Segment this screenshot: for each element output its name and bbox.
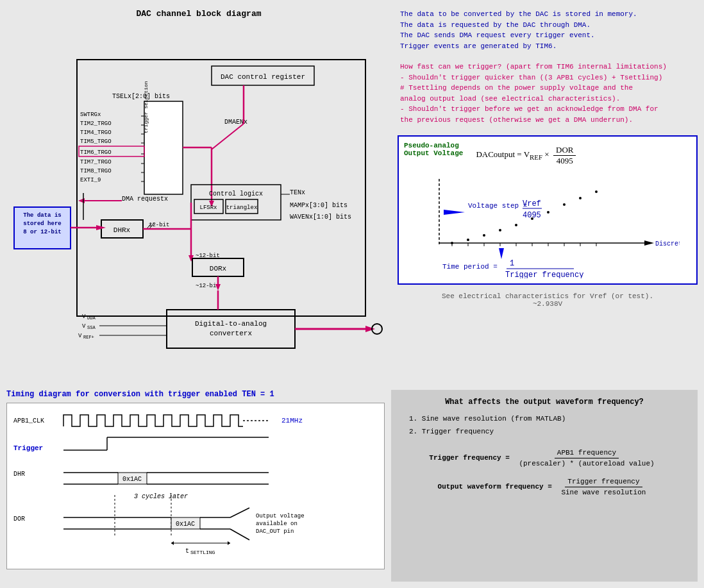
svg-rect-4 [144,101,183,194]
trigger-den: (prescaler) * (autoreload value) [516,458,657,467]
svg-text:EXTI_9: EXTI_9 [80,177,101,183]
svg-text:DAC control register: DAC control register [221,73,305,81]
dac-title: DAC channel block diagram [6,6,391,21]
svg-text:trianglex: trianglex [226,205,258,211]
svg-text:TIM8_TRGO: TIM8_TRGO [80,168,112,174]
see-elec: See electrical characteristics for Vref … [398,292,698,308]
svg-text:8 or 12-bit: 8 or 12-bit [23,229,61,235]
svg-text:SWTRGx: SWTRGx [80,112,101,118]
right-notes: The data to be converted by the DAC is s… [398,6,698,377]
formula-item1: 1. Sine wave resolution (from MATLAB) [409,413,690,426]
page: DAC channel block diagram DAC control re… [0,0,704,588]
svg-text:~12-bit: ~12-bit [196,253,220,259]
svg-text:0x1AC: 0x1AC [122,476,142,483]
svg-text:~12-bit: ~12-bit [196,283,220,289]
svg-text:DHRx: DHRx [113,226,131,234]
pink-bullet1c: analog output load (see electrical chara… [400,94,695,105]
dac-formula: DACoutput = VREF × DOR 4095 [476,145,576,166]
svg-text:available on: available on [256,521,298,527]
output-freq-formula: Output waveform frequency = Trigger freq… [399,478,690,496]
svg-text:MAMPx[3:0] bits: MAMPx[3:0] bits [290,202,348,209]
svg-text:Control logicx: Control logicx [209,190,263,197]
svg-text:SETTLING: SETTLING [190,550,215,555]
svg-point-89 [547,211,549,214]
svg-point-92 [595,190,598,193]
timing-section: Timing diagram for conversion with trigg… [6,390,385,582]
svg-text:Voltage step =: Voltage step = [468,202,527,210]
svg-marker-145 [171,541,174,545]
pseudo-graph: Discrete Time [404,166,680,278]
svg-text:V: V [82,323,86,330]
svg-text:Vref: Vref [523,199,541,208]
svg-line-139 [230,508,249,517]
svg-text:REF+: REF+ [83,335,94,340]
blue-notes: The data to be converted by the DAC is s… [398,6,698,54]
svg-text:TENx: TENx [290,189,305,196]
output-frac: Trigger frequency Sine wave resolution [558,478,648,496]
formula-item2: 2. Trigger frequency [409,426,690,439]
svg-text:TIM7_TRGO: TIM7_TRGO [80,159,112,165]
svg-text:TIM4_TRGO: TIM4_TRGO [80,130,112,136]
svg-point-86 [499,229,501,231]
svg-text:DOR: DOR [13,516,25,523]
svg-text:trigger selection: trigger selection [143,81,149,133]
svg-text:TIM6_TRGO: TIM6_TRGO [80,149,112,156]
svg-text:DDA: DDA [87,315,96,321]
formula-list: 1. Sine wave resolution (from MATLAB) 2.… [409,413,690,439]
svg-text:12-bit: 12-bit [149,222,169,228]
svg-text:t: t [185,548,189,555]
svg-line-140 [230,529,249,540]
formula-question: What affects the output waveform frequen… [399,398,690,407]
svg-text:TIM2_TRGO: TIM2_TRGO [80,121,112,127]
pink-bullet2: - Shouldn't trigger before we get an ack… [400,104,695,115]
svg-text:converterx: converterx [210,330,252,337]
svg-text:1: 1 [510,259,514,268]
output-den: Sine wave resolution [558,487,648,496]
svg-text:APB1_CLK: APB1_CLK [13,417,44,424]
pseudo-title: Pseudo-analogOutput Voltage [404,142,463,166]
top-section: DAC channel block diagram DAC control re… [0,0,704,383]
svg-point-87 [515,224,517,226]
trigger-frac: APB1 frequency (prescaler) * (autoreload… [516,449,657,467]
svg-text:WAVENx[1:0] bits: WAVENx[1:0] bits [290,214,351,221]
dac-diagram: DAC channel block diagram DAC control re… [6,6,391,377]
diagram-area: DAC control register TSELx[2:0] bits tri… [6,21,391,377]
blue-note-2: The data is requested by the DAC through… [400,20,695,31]
svg-point-91 [579,197,582,199]
trigger-num: APB1 frequency [555,449,619,458]
timing-title: Timing diagram for conversion with trigg… [6,390,385,399]
output-freq-label: Output waveform frequency = [438,483,552,491]
pink-bullet2b: the previous request (otherwise we get a… [400,115,695,126]
svg-text:Trigger: Trigger [13,444,43,452]
svg-text:0x1AC: 0x1AC [176,521,195,528]
pink-bullet1: - Shouldn't trigger quicker than ((3 APB… [400,72,695,83]
svg-text:DMA requestx: DMA requestx [122,196,168,203]
svg-marker-71 [365,326,375,332]
bottom-section: Timing diagram for conversion with trigg… [0,383,704,588]
svg-text:21MHz: 21MHz [281,417,303,424]
svg-text:stored here: stored here [23,221,61,227]
svg-text:V: V [78,333,82,339]
blue-note-4: Trigger events are generated by TIM6. [400,41,695,52]
formula-section: What affects the output waveform frequen… [391,390,698,582]
svg-text:DAC_OUT pin: DAC_OUT pin [256,528,294,535]
blue-note-3: The DAC sends DMA request every trigger … [400,30,695,41]
pink-notes: How fast can we trigger? (apart from TIM… [398,59,698,128]
svg-text:4095: 4095 [523,211,541,220]
svg-text:V: V [82,314,86,320]
trigger-freq-label: Trigger frequency = [429,454,509,462]
svg-text:Digital-to-analog: Digital-to-analog [195,320,267,328]
svg-text:TSELx[2:0] bits: TSELx[2:0] bits [112,93,170,100]
svg-text:Time period =: Time period = [442,263,498,271]
timing-box: APB1_CLK 21MHz Trigger DHR [6,403,385,569]
svg-text:3 cycles later: 3 cycles later [134,493,188,500]
svg-marker-103 [444,210,465,215]
svg-text:The data is: The data is [23,212,61,219]
timing-svg: APB1_CLK 21MHz Trigger DHR [12,408,378,567]
svg-line-28 [212,124,244,149]
output-num: Trigger frequency [565,478,642,487]
trigger-freq-formula: Trigger frequency = APB1 frequency (pres… [399,449,690,467]
svg-text:DHR: DHR [13,471,25,478]
svg-marker-80 [644,240,654,246]
pink-bullet1b: # Tsettling depends on the power supply … [400,83,695,94]
